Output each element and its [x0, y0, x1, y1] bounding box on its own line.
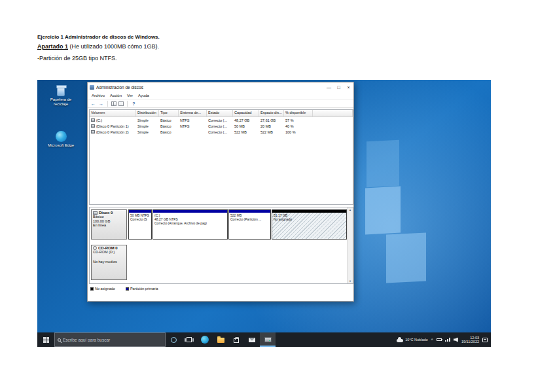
col-sistema[interactable]: Sistema de...: [179, 110, 207, 116]
cdrom-label[interactable]: CD-ROM 0 CD-ROM (D:) No hay medios: [91, 245, 127, 280]
hidden-icons-chevron[interactable]: ^: [431, 338, 433, 342]
table-row[interactable]: (Disco 0 Partición 2) Simple Básico Corr…: [90, 129, 353, 135]
disk0-label[interactable]: Disco 0 Básico 100,00 GB En línea: [91, 209, 127, 240]
partition-note: -Partición de 25GB tipo NTFS.: [37, 55, 160, 62]
col-espacio[interactable]: Espacio dis...: [259, 110, 284, 116]
partition-c[interactable]: (C:) 48,27 GB NTFS Correcto (Arranque, A…: [152, 209, 228, 240]
taskbar-search[interactable]: [54, 332, 166, 347]
windows-logo-icon: [43, 337, 49, 343]
window-titlebar[interactable]: Administración de discos — □ ×: [88, 82, 353, 92]
disk-management-window: Administración de discos — □ × Archivo A…: [87, 82, 354, 302]
legend-label-primary: Partición primaria: [130, 287, 158, 291]
exercise-subtitle: Apartado 1 (He utilizado 1000MB cómo 1GB…: [37, 43, 160, 50]
volume-icon[interactable]: [454, 338, 458, 342]
file-explorer-button[interactable]: [213, 332, 228, 347]
partition-recovery[interactable]: 522 MB Correcto (Partición ...: [228, 209, 271, 240]
maximize-button[interactable]: □: [334, 82, 344, 92]
row-free: 27,61 GB: [259, 118, 284, 122]
window-title: Administración de discos: [96, 85, 324, 90]
wallpaper-pane: [367, 140, 399, 188]
toolbar: ← → ?: [88, 99, 353, 108]
row-fs: NTFS: [179, 118, 207, 122]
row-capacity: 48,27 GB: [233, 118, 259, 122]
partition-strip: 50 MB NTFS Correcto (S (C:) 48,27 GB NTF…: [128, 209, 347, 240]
row-status: Correcto (...: [207, 124, 233, 128]
close-button[interactable]: ×: [344, 82, 353, 92]
battery-icon[interactable]: [437, 338, 442, 341]
menu-ayuda[interactable]: Ayuda: [135, 94, 152, 98]
unallocated-space[interactable]: 51,17 GB No asignado: [272, 209, 347, 240]
menu-bar: Archivo Acción Ver Ayuda: [88, 92, 353, 99]
desktop-icon-edge[interactable]: Microsoft Edge: [43, 131, 79, 148]
menu-archivo[interactable]: Archivo: [89, 94, 107, 98]
minimize-button[interactable]: —: [324, 82, 334, 92]
console-tree-icon[interactable]: [111, 101, 116, 106]
task-view-icon: [187, 337, 192, 342]
table-row[interactable]: (C:) Simple Básico NTFS Correcto (... 48…: [90, 117, 353, 123]
properties-icon[interactable]: [118, 101, 124, 106]
table-row[interactable]: (Disco 0 Partición 1) Simple Básico NTFS…: [90, 123, 353, 129]
partition-status: Correcto (Partición ...: [229, 217, 270, 221]
file-explorer-icon: [217, 338, 224, 343]
volume-name: (C:): [96, 118, 102, 122]
edge-label: Microsoft Edge: [43, 143, 79, 148]
col-capacidad[interactable]: Capacidad: [233, 110, 259, 116]
network-icon[interactable]: [445, 338, 450, 342]
partition-system[interactable]: 50 MB NTFS Correcto (S: [128, 209, 152, 240]
system-tray: 10°C Nublado ^ 12:03 19/11/2022: [397, 332, 491, 347]
disk-management-taskbar-button[interactable]: [260, 332, 276, 347]
notification-center-icon[interactable]: [482, 338, 488, 342]
volume-list: Volumen Distribución Tipo Sistema de... …: [89, 109, 353, 205]
row-fs: NTFS: [179, 124, 207, 128]
unallocated-swatch: [90, 287, 94, 291]
mail-button[interactable]: [244, 332, 260, 347]
recycle-bin-icon: [57, 86, 65, 96]
volume-icon: [91, 118, 95, 122]
row-layout: Simple: [136, 124, 159, 128]
graphical-view-scrollbar[interactable]: ▲ ▼: [347, 207, 353, 283]
taskbar: 10°C Nublado ^ 12:03 19/11/2022: [37, 332, 491, 347]
col-tipo[interactable]: Tipo: [159, 110, 179, 116]
recycle-bin-label: Papelera de reciclaje: [43, 98, 79, 106]
scroll-down-icon[interactable]: ▼: [349, 279, 351, 283]
search-input[interactable]: [63, 338, 162, 342]
apartado-note: (He utilizado 1000MB cómo 1GB).: [68, 43, 159, 50]
document-page: Ejercicio 1 Administrador de discos de W…: [0, 0, 555, 392]
partition-status: Correcto (Arranque, Archivo de pagi: [153, 221, 227, 225]
help-icon[interactable]: ?: [131, 100, 137, 107]
edge-icon: [201, 336, 209, 344]
row-layout: Simple: [136, 118, 159, 122]
disk-management-icon: [264, 337, 272, 342]
col-volumen[interactable]: Volumen: [90, 110, 136, 116]
store-button[interactable]: [228, 332, 244, 347]
desktop-icon-recycle-bin[interactable]: Papelera de reciclaje: [43, 86, 79, 106]
row-available: 100 %: [284, 130, 313, 134]
start-button[interactable]: [37, 332, 54, 347]
weather-widget[interactable]: 10°C Nublado: [397, 338, 427, 342]
cdrom-status: No hay medios: [93, 260, 125, 264]
volume-name: (Disco 0 Partición 1): [96, 124, 129, 128]
edge-button[interactable]: [197, 332, 213, 347]
taskbar-clock[interactable]: 12:03 19/11/2022: [461, 336, 479, 344]
forward-icon[interactable]: →: [98, 100, 104, 107]
task-view-button[interactable]: [181, 332, 197, 347]
disk0-status: En línea: [93, 223, 125, 228]
unallocated-label: No asignado: [272, 217, 346, 221]
store-icon: [234, 338, 239, 343]
row-status: Correcto (...: [207, 118, 233, 122]
menu-ver[interactable]: Ver: [124, 94, 135, 98]
col-disponible[interactable]: % disponible: [284, 110, 313, 116]
weather-text: 10°C Nublado: [405, 338, 427, 342]
col-estado[interactable]: Estado: [207, 110, 233, 116]
disk-icon: [93, 211, 98, 215]
cortana-icon: [171, 337, 177, 343]
edge-icon: [56, 131, 67, 142]
back-icon[interactable]: ←: [90, 100, 96, 107]
scroll-up-icon[interactable]: ▲: [349, 208, 351, 211]
partition-color-bar: [129, 210, 151, 213]
cortana-button[interactable]: [166, 332, 181, 347]
mail-icon: [249, 338, 255, 342]
menu-accion[interactable]: Acción: [107, 94, 124, 98]
col-distribucion[interactable]: Distribución: [136, 110, 159, 116]
partition-color-bar: [272, 210, 346, 213]
